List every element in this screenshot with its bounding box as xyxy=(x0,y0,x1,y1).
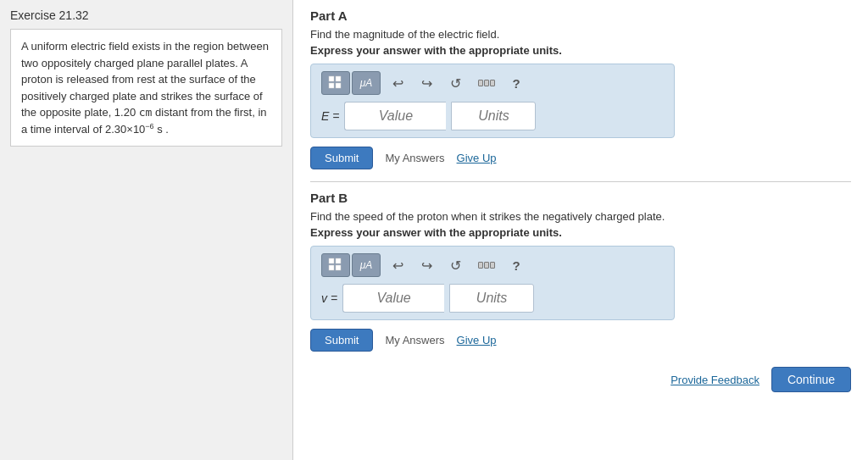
part-a-reset-button[interactable]: ↺ xyxy=(443,71,467,95)
provide-feedback-link[interactable]: Provide Feedback xyxy=(670,374,760,386)
part-b-units-input[interactable] xyxy=(449,284,534,313)
svg-rect-3 xyxy=(336,83,341,88)
right-panel: Part A Find the magnitude of the electri… xyxy=(293,0,868,460)
part-a-instruction: Express your answer with the appropriate… xyxy=(310,44,851,57)
part-b-description: Find the speed of the proton when it str… xyxy=(310,210,851,223)
part-b-input-row: v = xyxy=(321,284,664,313)
part-separator xyxy=(310,181,851,182)
part-b-value-input[interactable] xyxy=(342,284,444,313)
part-a-submit-button[interactable]: Submit xyxy=(310,147,373,169)
part-a-give-up-link[interactable]: Give Up xyxy=(457,152,497,164)
part-a-my-answers-link[interactable]: My Answers xyxy=(385,152,444,164)
part-b-title: Part B xyxy=(310,191,851,205)
problem-text: A uniform electric field exists in the r… xyxy=(21,40,269,136)
part-b-help-button[interactable]: ? xyxy=(506,253,526,277)
part-a-toolbar: μΑ ↩ ↪ ↺ ? xyxy=(321,71,664,95)
part-b-my-answers-link[interactable]: My Answers xyxy=(385,334,444,346)
svg-rect-4 xyxy=(329,258,334,263)
part-a-toolbar-group: μΑ xyxy=(321,71,381,95)
svg-rect-2 xyxy=(329,83,334,88)
part-a-answer-container: μΑ ↩ ↪ ↺ ? E = xyxy=(310,64,675,138)
footer-row: Provide Feedback Continue xyxy=(310,363,851,392)
part-b-submit-button[interactable]: Submit xyxy=(310,329,373,352)
part-b-toolbar: μΑ ↩ ↪ ↺ ? xyxy=(321,253,664,277)
part-a-redo-button[interactable]: ↪ xyxy=(415,71,438,95)
part-b-keyboard-button[interactable] xyxy=(472,253,501,277)
keyboard-icon xyxy=(478,80,495,86)
part-a-action-row: Submit My Answers Give Up xyxy=(310,147,851,169)
keyboard-icon-b xyxy=(478,262,495,269)
svg-rect-1 xyxy=(336,76,341,81)
part-a-input-row: E = xyxy=(321,102,664,130)
part-a-units-input[interactable] xyxy=(451,102,536,130)
continue-button[interactable]: Continue xyxy=(771,367,851,392)
part-a-help-button[interactable]: ? xyxy=(506,71,526,95)
part-a-value-input[interactable] xyxy=(344,102,446,130)
part-b-action-row: Submit My Answers Give Up xyxy=(310,329,851,352)
left-panel: Exercise 21.32 A uniform electric field … xyxy=(0,0,292,460)
svg-rect-7 xyxy=(336,265,341,270)
part-b-eq-label: v = xyxy=(321,291,337,305)
part-a-eq-label: E = xyxy=(321,109,339,123)
part-b-symbol-button[interactable]: μΑ xyxy=(352,253,381,277)
part-a-undo-button[interactable]: ↩ xyxy=(386,71,409,95)
part-b-redo-button[interactable]: ↪ xyxy=(415,253,438,277)
svg-rect-6 xyxy=(329,265,334,270)
part-a-title: Part A xyxy=(310,8,851,23)
part-b-section: Part B Find the speed of the proton when… xyxy=(310,191,851,352)
part-b-answer-container: μΑ ↩ ↪ ↺ ? v = xyxy=(310,246,675,320)
part-a-keyboard-button[interactable] xyxy=(472,71,501,95)
svg-rect-0 xyxy=(329,76,334,81)
part-b-instruction: Express your answer with the appropriate… xyxy=(310,226,851,239)
part-b-undo-button[interactable]: ↩ xyxy=(386,253,409,277)
problem-box: A uniform electric field exists in the r… xyxy=(10,29,282,147)
part-b-reset-button[interactable]: ↺ xyxy=(443,253,467,277)
part-a-symbol-button[interactable]: μΑ xyxy=(352,71,381,95)
part-a-description: Find the magnitude of the electric field… xyxy=(310,28,851,41)
part-b-toolbar-group: μΑ xyxy=(321,253,381,277)
part-a-section: Part A Find the magnitude of the electri… xyxy=(310,8,851,169)
part-a-grid-button[interactable] xyxy=(321,71,350,95)
part-b-grid-button[interactable] xyxy=(321,253,350,277)
svg-rect-5 xyxy=(336,258,341,263)
exercise-title: Exercise 21.32 xyxy=(10,8,282,22)
part-b-give-up-link[interactable]: Give Up xyxy=(457,334,497,346)
